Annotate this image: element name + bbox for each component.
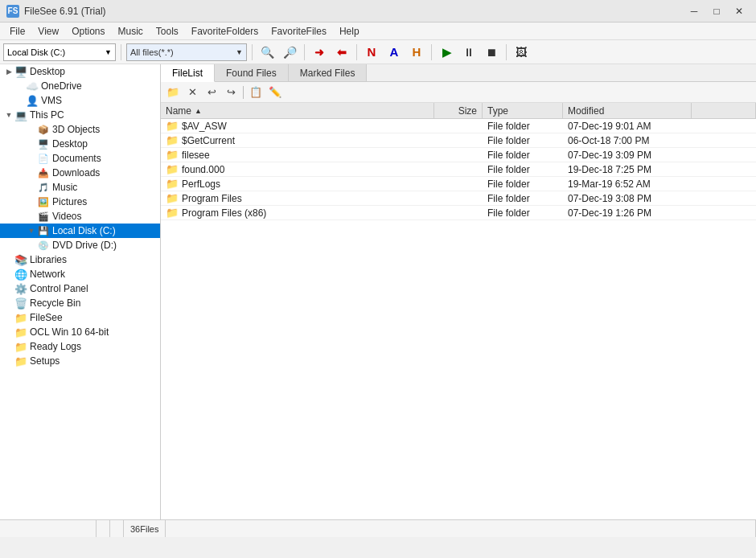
file-cell-type: File folder [483, 178, 563, 191]
toolbar-sep6 [506, 44, 507, 60]
tree-item-localc[interactable]: ▼ 💾 Local Disk (C:) [0, 224, 160, 238]
file-cell-size [434, 140, 483, 142]
tree-item-desktop2[interactable]: 🖥️ Desktop [0, 137, 160, 151]
file-tb-delete[interactable]: ✕ [183, 84, 201, 101]
tree-panel: ▶ 🖥️ Desktop ☁️ OneDrive 👤 VMS ▼ 💻 This … [0, 64, 161, 519]
toolbar-image-btn[interactable]: 🖼 [512, 43, 531, 61]
menu-options[interactable]: Options [65, 24, 111, 39]
minimize-button[interactable]: ─ [684, 3, 705, 19]
vms-icon: 👤 [26, 94, 39, 107]
toolbar-forward-btn[interactable]: ➜ [310, 43, 329, 61]
tree-label-setups: Setups [30, 355, 60, 367]
file-tb-undo[interactable]: ↩ [203, 84, 220, 101]
desktop-icon: 🖥️ [14, 65, 27, 78]
col-header-type[interactable]: Type [483, 103, 563, 118]
tree-item-pictures[interactable]: 🖼️ Pictures [0, 195, 160, 209]
table-row[interactable]: 📁 found.000 File folder 19-Dec-18 7:25 P… [161, 162, 756, 177]
tree-item-onedrive[interactable]: ☁️ OneDrive [0, 79, 160, 93]
close-button[interactable]: ✕ [729, 3, 750, 19]
title-bar: FS FileSee 6.91 (Trial) ─ □ ✕ [0, 0, 756, 23]
col-header-modified[interactable]: Modified [563, 103, 692, 118]
tree-item-3dobjects[interactable]: 📦 3D Objects [0, 122, 160, 137]
col-header-name[interactable]: Name ▲ [161, 103, 434, 118]
toolbar-stop-btn[interactable]: ⏹ [482, 43, 501, 61]
expander-thispc: ▼ [3, 111, 14, 119]
toolbar-btn2[interactable]: 🔎 [280, 43, 299, 61]
toolbar-a-btn[interactable]: A [384, 43, 404, 61]
col-header-size[interactable]: Size [434, 103, 483, 118]
tree-item-desktop[interactable]: ▶ 🖥️ Desktop [0, 64, 160, 79]
table-row[interactable]: 📁 $GetCurrent File folder 06-Oct-18 7:00… [161, 133, 756, 148]
tree-item-filesee[interactable]: 📁 FileSee [0, 310, 160, 325]
tree-item-downloads[interactable]: 📥 Downloads [0, 166, 160, 180]
tab-markedfiles[interactable]: Marked Files [289, 64, 368, 81]
tree-item-network[interactable]: 🌐 Network [0, 267, 160, 281]
drive-combo[interactable]: Local Disk (C:) ▼ [3, 43, 116, 61]
content-area: ▶ 🖥️ Desktop ☁️ OneDrive 👤 VMS ▼ 💻 This … [0, 64, 756, 519]
tree-label-desktop: Desktop [30, 66, 65, 77]
tree-item-videos[interactable]: 🎬 Videos [0, 209, 160, 224]
file-cell-type: File folder [483, 149, 563, 162]
toolbar-search-btn[interactable]: 🔍 [257, 43, 277, 61]
tree-item-dvdd[interactable]: 💿 DVD Drive (D:) [0, 238, 160, 252]
tree-item-ocl[interactable]: 📁 OCL Win 10 64-bit [0, 325, 160, 339]
menu-view[interactable]: View [31, 24, 65, 39]
title-text: FileSee 6.91 (Trial) [24, 6, 106, 17]
file-tb-new[interactable]: 📁 [164, 84, 182, 101]
filter-combo[interactable]: All files(*.*) ▼ [126, 43, 247, 61]
tree-label-ocl: OCL Win 10 64-bit [30, 326, 109, 338]
file-cell-size [434, 125, 483, 127]
file-cell-size [434, 198, 483, 199]
menu-help[interactable]: Help [333, 24, 366, 39]
menu-file[interactable]: File [3, 24, 31, 39]
folder-icon: 📁 [166, 178, 179, 190]
toolbar-back-btn[interactable]: ⬅ [332, 43, 351, 61]
table-row[interactable]: 📁 PerfLogs File folder 19-Mar-19 6:52 AM [161, 177, 756, 191]
file-cell-extra [692, 169, 756, 170]
toolbar-n-btn[interactable]: N [362, 43, 381, 61]
maximize-button[interactable]: □ [706, 3, 727, 19]
file-list-container: Name ▲ Size Type Modified 📁 $AV_ASW [161, 103, 756, 519]
menu-favoritefolders[interactable]: FavoriteFolders [185, 24, 265, 39]
ocl-icon: 📁 [14, 326, 27, 338]
toolbar-sep1 [121, 44, 121, 60]
tree-item-setups[interactable]: 📁 Setups [0, 354, 160, 368]
file-tb-copy[interactable]: 📋 [247, 84, 265, 101]
folder-icon: 📁 [166, 192, 179, 204]
table-row[interactable]: 📁 Program Files File folder 07-Dec-19 3:… [161, 191, 756, 206]
file-cell-size [434, 169, 483, 170]
documents-icon: 📄 [37, 152, 50, 165]
table-row[interactable]: 📁 $AV_ASW File folder 07-Dec-19 9:01 AM [161, 119, 756, 133]
tab-foundfiles[interactable]: Found Files [215, 64, 289, 81]
table-row[interactable]: 📁 Program Files (x86) File folder 07-Dec… [161, 206, 756, 220]
expander-desktop: ▶ [3, 68, 14, 76]
tree-item-recyclebin[interactable]: 🗑️ Recycle Bin [0, 296, 160, 310]
tree-item-music[interactable]: 🎵 Music [0, 180, 160, 195]
menu-music[interactable]: Music [112, 24, 150, 39]
menu-favoritefiles[interactable]: FavoriteFiles [265, 24, 333, 39]
file-toolbar: 📁 ✕ ↩ ↪ 📋 ✏️ [161, 82, 756, 103]
tab-filelist[interactable]: FileList [161, 64, 215, 82]
table-row[interactable]: 📁 filesee File folder 07-Dec-19 3:09 PM [161, 148, 756, 162]
file-tb-edit[interactable]: ✏️ [266, 84, 284, 101]
tree-item-controlpanel[interactable]: ⚙️ Control Panel [0, 281, 160, 296]
file-tb-redo[interactable]: ↪ [222, 84, 240, 101]
tree-item-thispc[interactable]: ▼ 💻 This PC [0, 108, 160, 122]
tree-item-documents[interactable]: 📄 Documents [0, 151, 160, 166]
tree-label-3dobjects: 3D Objects [52, 124, 100, 135]
status-seg2 [97, 520, 110, 537]
tree-label-vms: VMS [41, 95, 62, 106]
toolbar-pause-btn[interactable]: ⏸ [459, 43, 479, 61]
tree-label-onedrive: OneDrive [41, 80, 82, 92]
tree-item-vms[interactable]: 👤 VMS [0, 93, 160, 108]
tree-item-readylogs[interactable]: 📁 Ready Logs [0, 339, 160, 354]
toolbar-play-btn[interactable]: ▶ [437, 43, 456, 61]
expander-localc: ▼ [26, 227, 37, 235]
drive-combo-arrow: ▼ [105, 48, 112, 56]
file-cell-modified: 07-Dec-19 9:01 AM [563, 120, 692, 133]
toolbar-h-btn[interactable]: H [407, 43, 426, 61]
tree-item-libraries[interactable]: 📚 Libraries [0, 252, 160, 267]
menu-tools[interactable]: Tools [150, 24, 185, 39]
filter-combo-arrow: ▼ [236, 48, 243, 56]
file-cell-extra [692, 212, 756, 214]
